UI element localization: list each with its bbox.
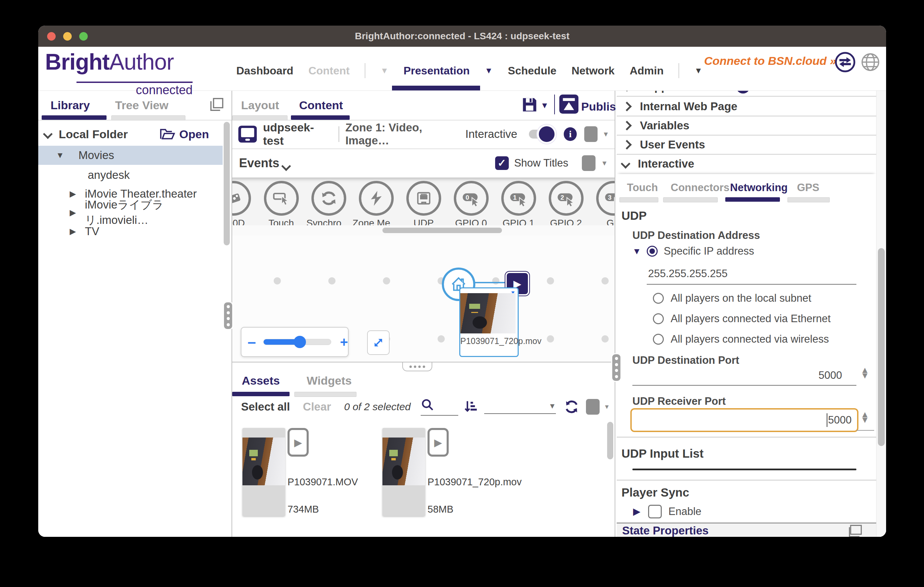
tab-layout[interactable]: Layout — [241, 99, 279, 112]
events-swatch-dropdown-icon[interactable]: ▼ — [601, 160, 608, 166]
minimize-window-button[interactable] — [63, 32, 72, 41]
nav-content-dropdown-icon[interactable]: ▼ — [380, 67, 389, 75]
specific-ip-radio[interactable] — [647, 246, 658, 257]
tab-touch[interactable]: Touch — [627, 182, 658, 194]
connect-to-bsn-link[interactable]: Connect to BSN.cloud » — [704, 54, 836, 67]
nav-network[interactable]: Network — [572, 64, 615, 77]
events-chevron-icon[interactable] — [281, 161, 291, 171]
event-icon-touch[interactable]: Touch — [257, 181, 305, 226]
zoom-slider-thumb[interactable] — [294, 336, 306, 348]
event-icon-gpio2[interactable]: 2 GPIO 2 — [542, 181, 590, 226]
asset-tile[interactable]: ▶ P1039071.MOV 734MB — [243, 428, 372, 517]
events-horizontal-scrollbar[interactable] — [383, 228, 502, 233]
close-window-button[interactable] — [47, 32, 56, 41]
tab-widgets[interactable]: Widgets — [307, 374, 352, 387]
nav-schedule[interactable]: Schedule — [508, 64, 556, 77]
subnet-option[interactable]: All players on the local subnet — [653, 292, 811, 304]
open-button[interactable]: Open — [179, 128, 209, 141]
specific-ip-option[interactable]: ▼ Specific IP address — [632, 245, 754, 257]
tab-networking[interactable]: Networking — [730, 182, 788, 194]
tree-item-anydesk[interactable]: anydesk — [38, 166, 223, 185]
canvas-expand-button[interactable] — [367, 330, 389, 355]
publish-icon[interactable] — [559, 95, 578, 113]
tree-item-imovie-library[interactable]: ▶ iMovieライブラリ.imovieli… — [38, 203, 223, 222]
tab-library[interactable]: Library — [51, 99, 90, 112]
transfer-icon[interactable] — [835, 51, 856, 73]
receiver-port-stepper[interactable]: ▲▼ — [860, 411, 870, 423]
info-icon[interactable]: i — [564, 127, 577, 141]
section-interactive[interactable]: Interactive — [617, 155, 876, 173]
event-icon-zone-message[interactable]: Zone Me… — [352, 181, 400, 226]
interactive-toggle[interactable] — [529, 130, 553, 138]
udp-receiver-port-input[interactable]: 5000 — [630, 408, 858, 432]
tab-content[interactable]: Content — [299, 99, 343, 112]
sidebar-scrollbar[interactable] — [224, 122, 230, 245]
sort-icon[interactable] — [463, 399, 478, 414]
collapse-panel-icon[interactable] — [209, 97, 225, 112]
sidebar-resize-grip[interactable] — [223, 301, 233, 330]
nav-admin-dropdown-icon[interactable]: ▼ — [694, 67, 702, 75]
event-icon-bp200d[interactable]: 200D — [232, 181, 257, 226]
section-variables[interactable]: Variables — [617, 117, 876, 135]
panel-drag-handle[interactable] — [402, 362, 432, 371]
save-icon[interactable] — [521, 96, 538, 113]
clear-button[interactable]: Clear — [303, 400, 331, 413]
ethernet-option[interactable]: All players connected via Ethernet — [653, 312, 831, 325]
asset-tile[interactable]: ▶ P1039071_720p.mov 58MB — [383, 428, 526, 517]
address-expand-icon[interactable]: ▼ — [632, 247, 641, 256]
nav-admin[interactable]: Admin — [630, 64, 664, 77]
color-swatch[interactable] — [584, 126, 597, 142]
event-icon-gpio0[interactable]: 0 GPIO 0 — [447, 181, 495, 226]
folder-open-icon[interactable] — [160, 127, 175, 141]
canvas-zoom-slider[interactable]: – + — [241, 327, 349, 357]
destination-port-stepper[interactable]: ▲▼ — [860, 367, 870, 378]
asset-filter-dropdown[interactable]: ▼ — [484, 400, 556, 414]
event-icon-synchronize[interactable]: Synchro… — [305, 181, 352, 226]
tab-connectors[interactable]: Connectors — [671, 182, 729, 194]
state-properties-bar[interactable]: State Properties — [617, 523, 876, 537]
nav-presentation[interactable]: Presentation — [404, 64, 470, 77]
tree-item-tv[interactable]: ▶ TV — [38, 222, 223, 241]
maximize-window-button[interactable] — [79, 32, 88, 41]
section-user-events[interactable]: User Events — [617, 135, 876, 155]
search-icon[interactable] — [421, 398, 434, 411]
panel-scrollbar[interactable] — [878, 248, 885, 446]
swatch-dropdown-icon[interactable]: ▼ — [602, 131, 609, 138]
wireless-option[interactable]: All players connected via wireless — [653, 333, 829, 345]
event-icon-udp[interactable]: UDP — [400, 181, 447, 226]
udp-destination-port-input[interactable]: 5000 — [808, 369, 842, 381]
panel-resize-grip[interactable] — [611, 353, 622, 382]
save-dropdown-icon[interactable]: ▼ — [541, 101, 549, 110]
ip-address-input[interactable]: 255.255.255.255 — [648, 268, 728, 280]
asset-search-input[interactable] — [421, 398, 458, 416]
event-icon-gpio1[interactable]: 1 GPIO 1 — [495, 181, 542, 226]
player-sync-expand-icon[interactable]: ▶ — [633, 507, 640, 516]
globe-icon[interactable] — [860, 52, 880, 72]
zoom-slider-track[interactable] — [263, 339, 331, 345]
expand-panel-icon[interactable] — [848, 524, 863, 537]
assets-swatch-dropdown-icon[interactable]: ▼ — [604, 404, 610, 410]
tree-item-movies[interactable]: ▼ Movies — [38, 146, 223, 165]
canvas-media-item[interactable]: ▼ P1039071_720p.mov — [459, 287, 519, 357]
tab-gps[interactable]: GPS — [797, 182, 819, 194]
assets-scrollbar[interactable] — [607, 422, 613, 459]
refresh-icon[interactable] — [564, 399, 579, 414]
nav-presentation-dropdown-icon[interactable]: ▼ — [485, 67, 493, 75]
show-titles-checkbox[interactable]: ✓ — [495, 156, 509, 170]
section-internal-web-page[interactable]: Internal Web Page — [617, 97, 876, 117]
zoom-out-button[interactable]: – — [248, 338, 256, 346]
nav-content[interactable]: Content — [309, 64, 350, 77]
presentation-canvas[interactable]: ▶ ▼ P1039071_720p.mov – + — [232, 235, 615, 362]
udp-input-list-field[interactable] — [632, 469, 856, 470]
tab-tree-view[interactable]: Tree View — [115, 99, 168, 112]
tab-assets[interactable]: Assets — [242, 374, 280, 387]
enable-checkbox[interactable] — [648, 505, 662, 518]
zoom-in-button[interactable]: + — [340, 334, 348, 350]
nav-dashboard[interactable]: Dashboard — [236, 64, 293, 77]
brightauthor-logo: BrightAuthor connected — [45, 49, 174, 75]
assets-color-swatch[interactable] — [586, 399, 600, 414]
events-color-swatch[interactable] — [582, 155, 596, 171]
chevron-down-icon[interactable] — [43, 129, 53, 139]
select-all-button[interactable]: Select all — [241, 400, 290, 413]
event-icon-gpio3[interactable]: 3 GP — [590, 181, 615, 226]
